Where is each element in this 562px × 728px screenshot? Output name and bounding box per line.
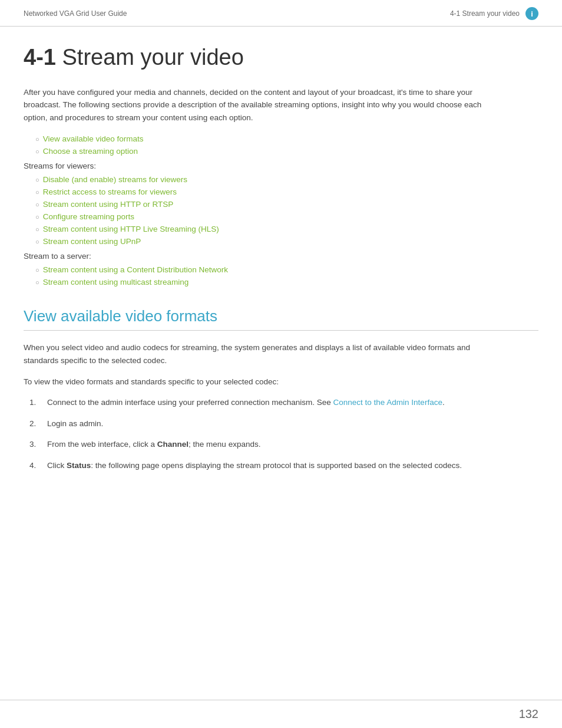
- list-item: Configure streaming ports: [35, 212, 538, 221]
- step-content: Login as admin.: [47, 417, 538, 430]
- toc-link-disable-streams[interactable]: Disable (and enable) streams for viewers: [43, 175, 187, 184]
- toc-link-upnp[interactable]: Stream content using UPnP: [43, 237, 141, 246]
- list-item: Stream content using HTTP or RTSP: [35, 200, 538, 209]
- section-body-2: To view the video formats and standards …: [24, 375, 507, 388]
- title-number: 4-1: [24, 45, 56, 70]
- list-item: 4. Click Status: the following page open…: [29, 459, 538, 472]
- toc-link-streaming-ports[interactable]: Configure streaming ports: [43, 212, 134, 221]
- step-text-before: Click: [47, 461, 67, 470]
- page-number: 132: [519, 707, 538, 721]
- step-content: From the web interface, click a Channel;…: [47, 438, 538, 451]
- streams-viewers-label: Streams for viewers:: [24, 162, 538, 170]
- page-header: Networked VGA Grid User Guide 4-1 Stream…: [0, 0, 562, 27]
- page-container: Networked VGA Grid User Guide 4-1 Stream…: [0, 0, 562, 728]
- toc-top-list: View available video formats Choose a st…: [35, 134, 538, 156]
- toc-link-choose-option[interactable]: Choose a streaming option: [43, 147, 138, 156]
- steps-list: 1. Connect to the admin interface using …: [29, 396, 538, 472]
- stream-server-label: Stream to a server:: [24, 252, 538, 261]
- section-body-1: When you select video and audio codecs f…: [24, 341, 507, 367]
- list-item: Choose a streaming option: [35, 147, 538, 156]
- step-text-before: Connect to the admin interface using you…: [47, 398, 333, 407]
- page-footer: 132: [0, 700, 562, 728]
- list-item: Stream content using UPnP: [35, 237, 538, 246]
- step-number: 3.: [29, 438, 41, 451]
- toc-link-multicast[interactable]: Stream content using multicast streaming: [43, 278, 189, 286]
- step-content: Click Status: the following page opens d…: [47, 459, 538, 472]
- toc-link-hls[interactable]: Stream content using HTTP Live Streaming…: [43, 225, 219, 233]
- list-item: Disable (and enable) streams for viewers: [35, 175, 538, 184]
- list-item: Restrict access to streams for viewers: [35, 187, 538, 196]
- list-item: 3. From the web interface, click a Chann…: [29, 438, 538, 451]
- header-left-text: Networked VGA Grid User Guide: [24, 9, 127, 18]
- list-item: Stream content using multicast streaming: [35, 278, 538, 286]
- toc-link-restrict-access[interactable]: Restrict access to streams for viewers: [43, 187, 177, 196]
- step-number: 4.: [29, 459, 41, 472]
- title-text: Stream your video: [62, 45, 243, 70]
- toc-server-list: Stream content using a Content Distribut…: [35, 265, 538, 286]
- step-content: Connect to the admin interface using you…: [47, 396, 538, 409]
- page-title: 4-1 Stream your video: [24, 44, 538, 71]
- list-item: 1. Connect to the admin interface using …: [29, 396, 538, 409]
- step-bold: Channel: [157, 440, 189, 449]
- header-right: 4-1 Stream your video i: [450, 7, 538, 20]
- step-text-before: From the web interface, click a: [47, 440, 157, 449]
- link-connect-admin[interactable]: Connect to the Admin Interface: [333, 398, 442, 407]
- main-content: 4-1 Stream your video After you have con…: [0, 27, 562, 504]
- list-item: 2. Login as admin.: [29, 417, 538, 430]
- intro-paragraph: After you have configured your media and…: [24, 86, 507, 124]
- step-bold: Status: [67, 461, 91, 470]
- toc-link-view-formats[interactable]: View available video formats: [43, 134, 144, 143]
- list-item: View available video formats: [35, 134, 538, 143]
- toc-link-http-rtsp[interactable]: Stream content using HTTP or RTSP: [43, 200, 174, 209]
- step-text-after: ; the menu expands.: [189, 440, 260, 449]
- step-text-after: : the following page opens displaying th…: [91, 461, 462, 470]
- step-number: 2.: [29, 417, 41, 430]
- info-icon[interactable]: i: [525, 7, 538, 20]
- list-item: Stream content using HTTP Live Streaming…: [35, 225, 538, 233]
- toc-viewers-list: Disable (and enable) streams for viewers…: [35, 175, 538, 246]
- section-heading-view-formats: View available video formats: [24, 307, 538, 331]
- header-right-text: 4-1 Stream your video: [450, 9, 520, 18]
- step-text-after: .: [442, 398, 445, 407]
- list-item: Stream content using a Content Distribut…: [35, 265, 538, 274]
- step-number: 1.: [29, 396, 41, 409]
- toc-link-cdn[interactable]: Stream content using a Content Distribut…: [43, 265, 228, 274]
